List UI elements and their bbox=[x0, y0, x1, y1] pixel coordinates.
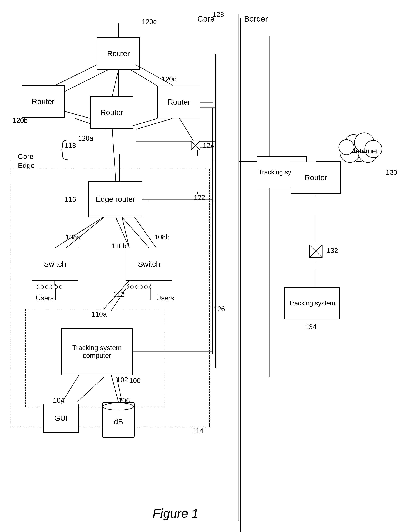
svg-text:Internet: Internet bbox=[354, 147, 378, 155]
router-120a: Router bbox=[90, 96, 133, 129]
svg-line-37 bbox=[65, 111, 90, 118]
border-router: Router bbox=[291, 161, 341, 194]
svg-line-36 bbox=[112, 70, 118, 96]
router-120d: Router bbox=[157, 86, 200, 118]
ref-110a: 110a bbox=[92, 310, 107, 318]
svg-line-4 bbox=[136, 118, 172, 129]
ref-114: 114 bbox=[192, 427, 203, 435]
svg-line-34 bbox=[56, 65, 97, 85]
svg-line-38 bbox=[133, 118, 157, 126]
ref-122: 122 bbox=[194, 194, 205, 202]
ref-134: 134 bbox=[305, 323, 316, 331]
edge-label: Edge bbox=[18, 161, 35, 170]
tracking-computer: Tracking system computer bbox=[61, 328, 133, 375]
ref-120d: 120d bbox=[161, 75, 177, 83]
ref-128: 128 bbox=[213, 11, 224, 19]
ref-106: 106 bbox=[118, 397, 130, 404]
diagram: Router 120c Router 120b Router 120d Rout… bbox=[0, 0, 397, 532]
router-120c: Router bbox=[97, 37, 140, 70]
ref-102: 102 bbox=[117, 376, 128, 384]
ref-100: 100 bbox=[129, 377, 141, 385]
svg-point-66 bbox=[339, 140, 354, 155]
internet-cloud: Internet bbox=[336, 126, 390, 171]
figure-label: Figure 1 bbox=[153, 506, 199, 520]
ref-132: 132 bbox=[327, 247, 338, 254]
router-120b: Router bbox=[22, 85, 65, 118]
db-box: dB bbox=[102, 402, 135, 438]
ref-120a: 120a bbox=[78, 135, 93, 142]
ref-120b: 120b bbox=[12, 117, 28, 124]
tracking-system-134: Tracking system bbox=[284, 287, 340, 320]
ref-130: 130 bbox=[386, 169, 397, 176]
ref-120c: 120c bbox=[142, 18, 156, 26]
gui-box: GUI bbox=[43, 404, 79, 433]
ref-124: 124 bbox=[203, 142, 214, 149]
ref-104: 104 bbox=[53, 397, 64, 404]
tap-symbol-132 bbox=[309, 244, 323, 259]
core-label: Core bbox=[18, 153, 34, 161]
ref-126: 126 bbox=[214, 305, 225, 313]
border-label: Border bbox=[244, 14, 268, 23]
core-border-core: Core bbox=[198, 14, 214, 23]
curly-brace-118 bbox=[61, 139, 71, 161]
tap-symbol-124 bbox=[190, 140, 201, 154]
